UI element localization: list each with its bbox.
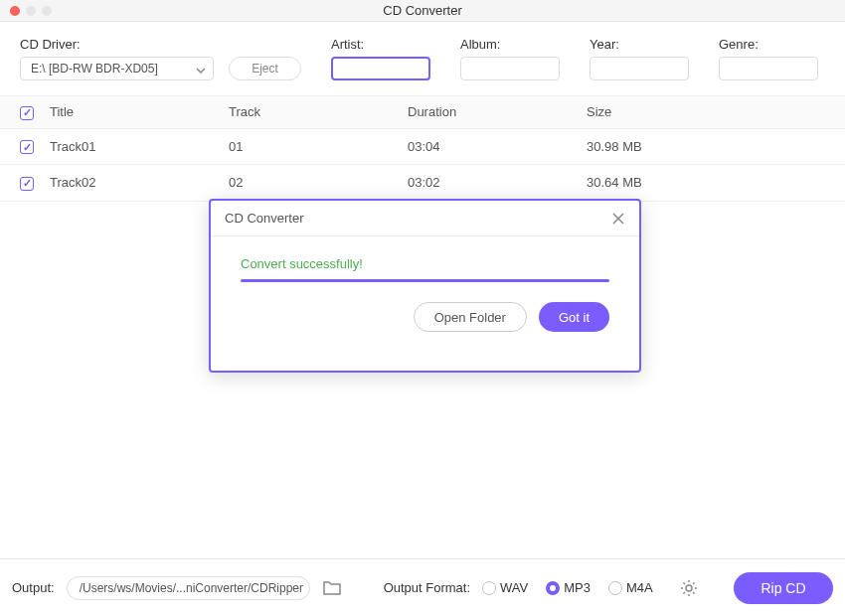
table-row[interactable]: Track01 01 03:04 30.98 MB: [0, 129, 845, 166]
minimize-window-button[interactable]: [26, 6, 36, 16]
cd-driver-field: CD Driver: E:\ [BD-RW BDR-XD05] Eject: [20, 37, 301, 80]
output-path[interactable]: /Users/ws/Movies/...niConverter/CDRipper: [67, 576, 310, 600]
bottom-bar: Output: /Users/ws/Movies/...niConverter/…: [0, 558, 845, 616]
genre-input[interactable]: [719, 57, 818, 80]
m4a-label: M4A: [626, 580, 653, 595]
radio-icon: [482, 581, 496, 595]
row-duration: 03:04: [408, 139, 587, 154]
modal-dialog: CD Converter Convert successfully! Open …: [209, 199, 641, 373]
table-rows: Track01 01 03:04 30.98 MB Track02 02 03:…: [0, 129, 845, 202]
progress-bar: [241, 279, 609, 282]
row-checkbox[interactable]: [20, 177, 34, 191]
album-input[interactable]: [460, 57, 560, 80]
genre-field: Genre:: [719, 37, 818, 80]
year-field: Year:: [590, 37, 689, 80]
modal-title: CD Converter: [225, 211, 303, 226]
settings-icon[interactable]: [679, 578, 699, 598]
genre-label: Genre:: [719, 37, 818, 52]
header-check: [20, 104, 50, 120]
row-size: 30.64 MB: [587, 175, 825, 190]
mp3-radio[interactable]: MP3: [546, 580, 591, 595]
m4a-radio[interactable]: M4A: [608, 580, 653, 595]
album-field: Album:: [460, 37, 560, 80]
header-title: Title: [50, 104, 229, 119]
artist-field: Artist:: [331, 37, 430, 80]
format-radio-group: WAV MP3 M4A: [482, 580, 653, 595]
rip-cd-button[interactable]: Rip CD: [734, 572, 833, 604]
row-title: Track01: [50, 139, 229, 154]
window-controls: [10, 6, 52, 16]
row-size: 30.98 MB: [587, 139, 825, 154]
row-track: 02: [229, 175, 408, 190]
svg-point-0: [686, 585, 692, 591]
wav-label: WAV: [500, 580, 528, 595]
cd-driver-select-wrap: E:\ [BD-RW BDR-XD05]: [20, 57, 214, 80]
year-input[interactable]: [590, 57, 689, 80]
radio-icon: [608, 581, 622, 595]
artist-label: Artist:: [331, 37, 430, 52]
header-track: Track: [229, 104, 408, 119]
modal-header: CD Converter: [211, 201, 639, 236]
select-all-checkbox[interactable]: [20, 106, 34, 120]
format-label: Output Format:: [384, 580, 470, 595]
cd-driver-label: CD Driver:: [20, 37, 301, 52]
titlebar: CD Converter: [0, 0, 845, 22]
close-window-button[interactable]: [10, 6, 20, 16]
header-size: Size: [587, 104, 825, 119]
eject-button[interactable]: Eject: [229, 57, 301, 80]
row-track: 01: [229, 139, 408, 154]
table-row[interactable]: Track02 02 03:02 30.64 MB: [0, 165, 845, 202]
radio-icon: [546, 581, 560, 595]
modal-body: Convert successfully!: [211, 236, 639, 302]
row-title: Track02: [50, 175, 229, 190]
output-label: Output:: [12, 580, 55, 595]
album-label: Album:: [460, 37, 560, 52]
row-duration: 03:02: [408, 175, 587, 190]
close-icon[interactable]: [611, 212, 625, 226]
folder-icon[interactable]: [322, 580, 342, 596]
table-header: Title Track Duration Size: [0, 95, 845, 129]
maximize-window-button[interactable]: [42, 6, 52, 16]
year-label: Year:: [590, 37, 689, 52]
open-folder-button[interactable]: Open Folder: [414, 302, 527, 332]
got-it-button[interactable]: Got it: [539, 302, 609, 332]
row-checkbox[interactable]: [20, 140, 34, 154]
window-title: CD Converter: [383, 3, 461, 18]
artist-input[interactable]: [331, 57, 430, 80]
header-duration: Duration: [408, 104, 587, 119]
wav-radio[interactable]: WAV: [482, 580, 528, 595]
mp3-label: MP3: [564, 580, 591, 595]
modal-actions: Open Folder Got it: [211, 302, 639, 350]
cd-driver-select[interactable]: E:\ [BD-RW BDR-XD05]: [20, 57, 214, 80]
top-form: CD Driver: E:\ [BD-RW BDR-XD05] Eject Ar…: [0, 22, 845, 95]
success-message: Convert successfully!: [241, 256, 609, 271]
